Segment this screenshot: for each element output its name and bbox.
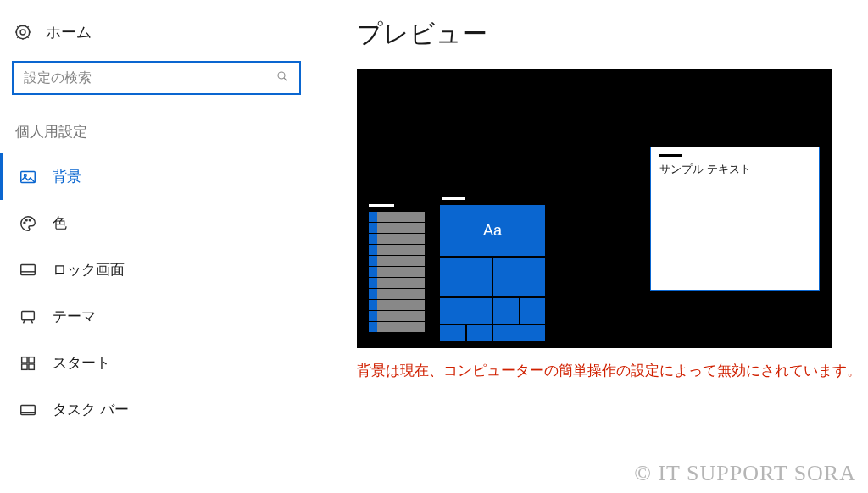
svg-rect-9	[22, 311, 35, 319]
section-label: 個人用設定	[0, 115, 313, 153]
home-button[interactable]: ホーム	[0, 14, 313, 58]
sidebar-item-label: 背景	[53, 167, 81, 186]
taskbar-icon	[19, 401, 37, 419]
main-panel: プレビュー Aa	[313, 0, 868, 493]
preview-window: サンプル テキスト	[650, 147, 820, 291]
palette-icon	[19, 214, 37, 233]
lockscreen-icon	[19, 261, 37, 280]
svg-point-4	[25, 174, 27, 176]
preview-start-list	[369, 204, 425, 333]
sidebar-item-colors[interactable]: 色	[0, 200, 313, 246]
svg-rect-10	[22, 357, 27, 362]
svg-point-7	[29, 219, 31, 220]
svg-point-1	[16, 25, 30, 39]
sidebar-item-taskbar[interactable]: タスク バー	[0, 386, 313, 433]
sidebar-item-lockscreen[interactable]: ロック画面	[0, 246, 313, 293]
svg-rect-11	[29, 357, 34, 362]
svg-point-0	[20, 30, 25, 35]
warning-text: 背景は現在、コンピューターの簡単操作の設定によって無効にされています。	[357, 360, 861, 382]
sidebar-item-label: タスク バー	[53, 400, 129, 419]
sidebar-item-label: スタート	[53, 353, 110, 373]
svg-rect-8	[21, 264, 36, 274]
page-title: プレビュー	[357, 17, 861, 52]
sidebar-item-start[interactable]: スタート	[0, 340, 313, 386]
brush-icon	[19, 307, 37, 326]
search-input[interactable]	[12, 61, 301, 95]
desktop-preview: Aa サンプル テキスト	[357, 69, 832, 348]
svg-rect-14	[21, 405, 36, 414]
search-icon	[275, 69, 289, 86]
settings-sidebar: ホーム 個人用設定 背景	[0, 0, 313, 493]
sidebar-item-label: ロック画面	[53, 260, 125, 280]
svg-point-5	[24, 222, 25, 224]
sidebar-item-themes[interactable]: テーマ	[0, 293, 313, 340]
svg-point-2	[278, 72, 285, 79]
search-field[interactable]	[24, 70, 275, 86]
gear-icon	[14, 23, 32, 42]
svg-rect-13	[29, 363, 34, 368]
sidebar-item-label: テーマ	[53, 307, 96, 326]
image-icon	[19, 168, 37, 186]
preview-tile-aa: Aa	[440, 205, 545, 256]
sidebar-item-label: 色	[53, 213, 67, 233]
preview-tiles: Aa	[440, 197, 545, 341]
sidebar-item-background[interactable]: 背景	[0, 153, 313, 200]
svg-point-6	[25, 219, 27, 220]
watermark: © IT SUPPORT SORA	[634, 461, 856, 486]
start-icon	[19, 354, 37, 373]
preview-sample-text: サンプル テキスト	[659, 162, 810, 177]
svg-rect-12	[22, 363, 27, 368]
home-label: ホーム	[46, 22, 92, 42]
